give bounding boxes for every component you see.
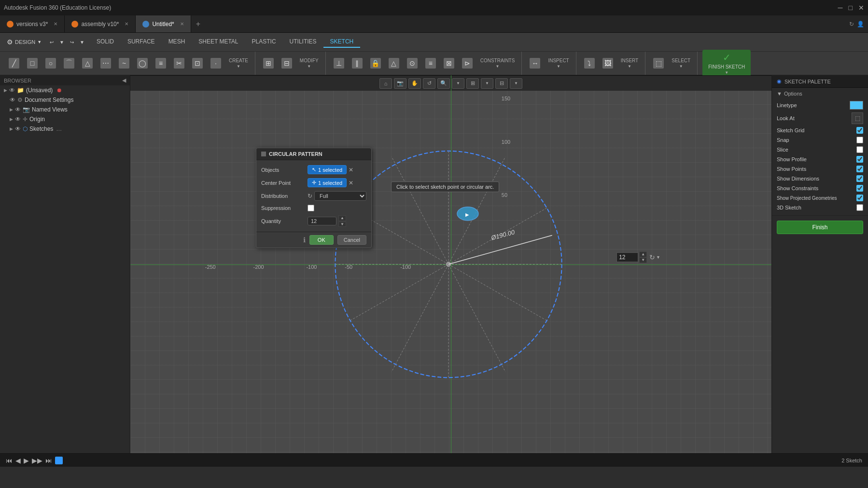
tree-doc-settings[interactable]: 👁 ⚙ Document Settings [0, 95, 130, 105]
close-btn[interactable]: ✕ [858, 4, 864, 12]
view-grid-btn[interactable]: ⊞ [466, 78, 479, 89]
tree-named-views[interactable]: ▶ 👁 📷 Named Views [0, 105, 130, 114]
design-dropdown[interactable]: ⚙ DESIGN ▼ [4, 37, 44, 47]
tab-surface[interactable]: SURFACE [121, 36, 162, 48]
insert-label[interactable]: INSERT ▼ [618, 57, 642, 70]
create-trim-btn[interactable]: ✂ [171, 57, 187, 70]
sketchgrid-checkbox[interactable] [856, 127, 863, 134]
cp-centerpoint-clear[interactable]: ✕ [349, 180, 353, 186]
tab-close-untitled[interactable]: ✕ [180, 21, 184, 27]
create-point-btn[interactable]: · [208, 57, 224, 70]
view-display-dropdown[interactable]: ▼ [510, 78, 522, 89]
3dsketch-checkbox[interactable] [856, 204, 863, 211]
suppression-checkbox[interactable] [308, 205, 314, 211]
canvas-rotate-dropdown[interactable]: ▼ [656, 255, 660, 260]
lookat-btn[interactable]: ⬚ [852, 112, 863, 124]
qty-up-btn[interactable]: ▲ [639, 251, 647, 257]
const-btn6[interactable]: ≡ [422, 57, 439, 70]
inspect-label[interactable]: INSPECT ▼ [545, 57, 572, 70]
cp-objects-clear[interactable]: ✕ [349, 167, 353, 173]
slice-checkbox[interactable] [856, 146, 863, 153]
modify-btn2[interactable]: ⊟ [279, 57, 295, 70]
tab-sheetmetal[interactable]: SHEET METAL [192, 36, 245, 48]
canvas-area[interactable]: 150 100 50 -250 -200 -100 -50 -100 [130, 75, 771, 453]
palette-options-header[interactable]: ▼ Options [777, 91, 863, 97]
tab-close-versions[interactable]: ✕ [54, 21, 57, 27]
qty-down-dialog[interactable]: ▼ [338, 222, 346, 227]
create-poly-btn[interactable]: △ [79, 57, 96, 70]
tab-versions[interactable]: versions v3* ✕ [0, 15, 65, 32]
create-text-btn[interactable]: ≡ [153, 57, 169, 70]
const-btn5[interactable]: ⊙ [404, 57, 420, 70]
tab-close-assembly[interactable]: ✕ [125, 21, 128, 27]
redo-dropdown[interactable]: ▼ [77, 39, 87, 46]
create-circle-btn[interactable]: ○ [42, 57, 59, 70]
create-more-btn[interactable]: ⋯ [98, 57, 114, 70]
select-btn[interactable]: ⬚ [650, 57, 667, 70]
qty-up-dialog[interactable]: ▲ [338, 215, 346, 221]
view-display-btn[interactable]: ⊟ [495, 78, 508, 89]
new-tab-btn[interactable]: + [191, 20, 205, 28]
tab-untitled[interactable]: Untitled* ✕ [136, 15, 191, 32]
next-btn[interactable]: ▶▶ [32, 457, 42, 464]
create-rect-btn[interactable]: □ [24, 57, 41, 70]
select-label[interactable]: SELECT ▼ [669, 57, 693, 70]
tree-sketches[interactable]: ▶ 👁 ⬡ Sketches … [0, 124, 130, 134]
const-btn3[interactable]: 🔒 [367, 57, 384, 70]
const-btn2[interactable]: ∥ [349, 57, 365, 70]
quantity-input[interactable] [308, 217, 336, 225]
const-btn7[interactable]: ⊠ [441, 57, 457, 70]
showprojected-checkbox[interactable] [856, 195, 863, 201]
linetype-swatch[interactable] [850, 101, 863, 110]
create-ellipse-btn[interactable]: ◯ [134, 57, 151, 70]
create-label[interactable]: CREATE ▼ [226, 57, 251, 70]
snap-checkbox[interactable] [856, 137, 863, 143]
showpoints-checkbox[interactable] [856, 166, 863, 172]
undo-btn[interactable]: ↩ [47, 39, 56, 46]
rewind-btn[interactable]: ⏮ [6, 457, 13, 464]
distribution-select[interactable]: Full Symmetric [314, 191, 366, 201]
modify-btn1[interactable]: ⊞ [260, 57, 277, 70]
create-spline-btn[interactable]: ~ [116, 57, 132, 70]
create-pattern-btn[interactable]: ⊡ [189, 57, 206, 70]
inspect-btn[interactable]: ↔ [527, 57, 543, 70]
tab-solid[interactable]: SOLID [90, 36, 121, 48]
tab-plastic[interactable]: PLASTIC [245, 36, 283, 48]
constraints-label[interactable]: CONSTRAINTS ▼ [477, 57, 518, 70]
cp-cancel-button[interactable]: Cancel [337, 235, 366, 245]
tab-assembly[interactable]: assembly v10* ✕ [65, 15, 136, 32]
tab-sketch[interactable]: SKETCH [323, 36, 361, 48]
showprofile-checkbox[interactable] [856, 156, 863, 163]
cp-objects-btn[interactable]: ↖ 1 selected [308, 165, 347, 174]
insert-btn2[interactable]: 🖼 [600, 57, 616, 70]
qty-down-btn[interactable]: ▼ [639, 257, 647, 263]
tab-utilities[interactable]: UTILITIES [283, 36, 323, 48]
create-arc-btn[interactable]: ⌒ [61, 57, 77, 70]
cp-ok-button[interactable]: OK [309, 235, 334, 245]
showconstraints-checkbox[interactable] [856, 185, 863, 192]
minimize-btn[interactable]: ─ [838, 4, 843, 12]
tab-mesh[interactable]: MESH [162, 36, 192, 48]
account-btn[interactable]: 👤 [857, 21, 864, 28]
tree-unsaved[interactable]: ▶ 👁 📁 (Unsaved) ⏺ [0, 85, 130, 95]
view-grid-dropdown[interactable]: ▼ [481, 78, 493, 89]
undo-dropdown[interactable]: ▼ [57, 39, 67, 46]
cp-centerpoint-btn[interactable]: ✛ 1 selected [308, 178, 347, 187]
view-zoom-btn[interactable]: 🔍 [437, 78, 450, 89]
play-btn[interactable]: ▶ [24, 457, 29, 464]
view-home-btn[interactable]: ⌂ [379, 78, 392, 89]
const-btn8[interactable]: ⊳ [459, 57, 476, 70]
view-pan-btn[interactable]: ✋ [408, 78, 421, 89]
tree-origin[interactable]: ▶ 👁 ✛ Origin [0, 114, 130, 124]
insert-btn1[interactable]: ⤵ [581, 57, 598, 70]
modify-label[interactable]: MODIFY ▼ [297, 57, 322, 70]
create-line-btn[interactable]: ╱ [6, 57, 22, 70]
canvas-qty-input[interactable] [616, 252, 638, 262]
view-camera-btn[interactable]: 📷 [394, 78, 406, 89]
view-orbit-btn[interactable]: ↺ [423, 78, 435, 89]
view-zoom-dropdown[interactable]: ▼ [452, 78, 464, 89]
sidebar-collapse-btn[interactable]: ◀ [122, 77, 126, 84]
prev-btn[interactable]: ◀ [15, 457, 21, 464]
const-btn4[interactable]: △ [386, 57, 402, 70]
refresh-btn[interactable]: ↻ [849, 21, 854, 28]
